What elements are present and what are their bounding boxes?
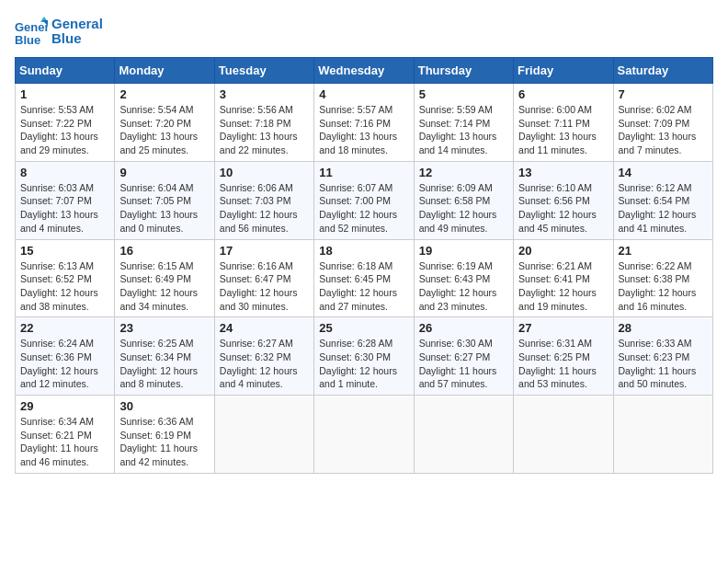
day-number: 5 [419,87,508,101]
day-number: 19 [419,244,508,258]
svg-text:General: General [15,20,48,34]
day-info: Sunrise: 6:06 AM Sunset: 7:03 PM Dayligh… [220,181,309,236]
week-row-1: 1Sunrise: 5:53 AM Sunset: 7:22 PM Daylig… [16,84,713,162]
day-number: 25 [319,321,408,335]
day-info: Sunrise: 6:36 AM Sunset: 6:19 PM Dayligh… [119,415,209,469]
week-row-3: 15Sunrise: 6:13 AM Sunset: 6:52 PM Dayli… [16,239,713,317]
week-row-2: 8Sunrise: 6:03 AM Sunset: 7:07 PM Daylig… [16,161,713,239]
day-info: Sunrise: 6:18 AM Sunset: 6:45 PM Dayligh… [319,259,408,314]
day-header-sunday: Sunday [16,58,115,84]
day-info: Sunrise: 6:31 AM Sunset: 6:25 PM Dayligh… [518,337,608,391]
day-info: Sunrise: 6:03 AM Sunset: 7:07 PM Dayligh… [20,181,109,236]
calendar-header: SundayMondayTuesdayWednesdayThursdayFrid… [16,58,713,84]
header: General Blue General Blue [15,15,713,48]
logo-general: General [51,17,103,32]
calendar-cell: 20Sunrise: 6:21 AM Sunset: 6:41 PM Dayli… [514,239,613,317]
calendar-cell: 1Sunrise: 5:53 AM Sunset: 7:22 PM Daylig… [16,84,115,162]
calendar-table: SundayMondayTuesdayWednesdayThursdayFrid… [15,57,713,474]
day-number: 6 [518,87,608,101]
calendar-cell: 22Sunrise: 6:24 AM Sunset: 6:36 PM Dayli… [16,317,115,396]
day-info: Sunrise: 6:10 AM Sunset: 6:56 PM Dayligh… [518,181,608,236]
day-number: 9 [119,166,209,179]
logo: General Blue General Blue [15,15,103,48]
day-info: Sunrise: 6:19 AM Sunset: 6:43 PM Dayligh… [419,259,508,314]
calendar-cell: 5Sunrise: 5:59 AM Sunset: 7:14 PM Daylig… [414,84,513,162]
day-header-friday: Friday [514,58,613,84]
day-number: 23 [119,321,209,335]
week-row-4: 22Sunrise: 6:24 AM Sunset: 6:36 PM Dayli… [16,317,713,396]
day-number: 3 [220,87,309,101]
calendar-cell: 4Sunrise: 5:57 AM Sunset: 7:16 PM Daylig… [314,84,414,162]
day-info: Sunrise: 6:09 AM Sunset: 6:58 PM Dayligh… [419,181,508,236]
calendar-cell: 9Sunrise: 6:04 AM Sunset: 7:05 PM Daylig… [115,161,214,239]
day-number: 16 [119,244,209,258]
calendar-cell: 29Sunrise: 6:34 AM Sunset: 6:21 PM Dayli… [16,396,115,474]
calendar-cell: 13Sunrise: 6:10 AM Sunset: 6:56 PM Dayli… [514,161,613,239]
day-number: 30 [119,399,209,413]
calendar-cell: 2Sunrise: 5:54 AM Sunset: 7:20 PM Daylig… [115,84,214,162]
calendar-cell: 12Sunrise: 6:09 AM Sunset: 6:58 PM Dayli… [414,161,513,239]
day-number: 8 [20,166,109,179]
day-info: Sunrise: 6:25 AM Sunset: 6:34 PM Dayligh… [119,337,209,391]
calendar-cell: 28Sunrise: 6:33 AM Sunset: 6:23 PM Dayli… [613,317,712,396]
day-number: 22 [20,321,109,335]
calendar-cell: 3Sunrise: 5:56 AM Sunset: 7:18 PM Daylig… [214,84,313,162]
day-info: Sunrise: 6:28 AM Sunset: 6:30 PM Dayligh… [319,337,408,391]
week-row-5: 29Sunrise: 6:34 AM Sunset: 6:21 PM Dayli… [16,396,713,474]
day-info: Sunrise: 5:59 AM Sunset: 7:14 PM Dayligh… [419,103,508,157]
day-info: Sunrise: 5:54 AM Sunset: 7:20 PM Dayligh… [119,103,209,157]
logo-icon: General Blue [15,15,48,48]
day-number: 27 [518,321,608,335]
calendar-cell: 21Sunrise: 6:22 AM Sunset: 6:38 PM Dayli… [613,239,712,317]
day-info: Sunrise: 6:12 AM Sunset: 6:54 PM Dayligh… [619,181,708,236]
day-info: Sunrise: 6:33 AM Sunset: 6:23 PM Dayligh… [619,337,708,391]
day-header-wednesday: Wednesday [314,58,414,84]
calendar-cell: 26Sunrise: 6:30 AM Sunset: 6:27 PM Dayli… [414,317,513,396]
calendar-cell: 10Sunrise: 6:06 AM Sunset: 7:03 PM Dayli… [214,161,313,239]
calendar-cell [214,396,313,474]
calendar-cell: 16Sunrise: 6:15 AM Sunset: 6:49 PM Dayli… [115,239,214,317]
day-number: 2 [119,87,209,101]
day-info: Sunrise: 6:02 AM Sunset: 7:09 PM Dayligh… [619,103,708,157]
day-number: 26 [419,321,508,335]
day-header-saturday: Saturday [613,58,712,84]
day-info: Sunrise: 5:53 AM Sunset: 7:22 PM Dayligh… [20,103,109,157]
day-info: Sunrise: 6:30 AM Sunset: 6:27 PM Dayligh… [419,337,508,391]
day-number: 4 [319,87,408,101]
calendar-cell: 15Sunrise: 6:13 AM Sunset: 6:52 PM Dayli… [16,239,115,317]
day-info: Sunrise: 5:57 AM Sunset: 7:16 PM Dayligh… [319,103,408,157]
calendar-cell: 30Sunrise: 6:36 AM Sunset: 6:19 PM Dayli… [115,396,214,474]
svg-text:Blue: Blue [15,33,40,47]
day-info: Sunrise: 6:13 AM Sunset: 6:52 PM Dayligh… [20,259,109,314]
day-info: Sunrise: 6:15 AM Sunset: 6:49 PM Dayligh… [119,259,209,314]
day-info: Sunrise: 6:22 AM Sunset: 6:38 PM Dayligh… [619,259,708,314]
day-info: Sunrise: 6:24 AM Sunset: 6:36 PM Dayligh… [20,337,109,391]
calendar-cell: 23Sunrise: 6:25 AM Sunset: 6:34 PM Dayli… [115,317,214,396]
day-info: Sunrise: 6:16 AM Sunset: 6:47 PM Dayligh… [220,259,309,314]
day-number: 28 [619,321,708,335]
day-header-tuesday: Tuesday [214,58,313,84]
logo-blue: Blue [51,31,103,47]
day-info: Sunrise: 6:00 AM Sunset: 7:11 PM Dayligh… [518,103,608,157]
day-info: Sunrise: 6:07 AM Sunset: 7:00 PM Dayligh… [319,181,408,236]
day-number: 1 [20,87,109,101]
day-number: 20 [518,244,608,258]
calendar-cell [314,396,414,474]
day-number: 11 [319,166,408,179]
day-header-monday: Monday [115,58,214,84]
day-info: Sunrise: 6:34 AM Sunset: 6:21 PM Dayligh… [20,415,109,469]
day-info: Sunrise: 5:56 AM Sunset: 7:18 PM Dayligh… [220,103,309,157]
calendar-cell [613,396,712,474]
calendar-cell: 7Sunrise: 6:02 AM Sunset: 7:09 PM Daylig… [613,84,712,162]
calendar-cell: 18Sunrise: 6:18 AM Sunset: 6:45 PM Dayli… [314,239,414,317]
calendar-cell: 17Sunrise: 6:16 AM Sunset: 6:47 PM Dayli… [214,239,313,317]
day-info: Sunrise: 6:04 AM Sunset: 7:05 PM Dayligh… [119,181,209,236]
calendar-cell: 19Sunrise: 6:19 AM Sunset: 6:43 PM Dayli… [414,239,513,317]
day-number: 21 [619,244,708,258]
calendar-cell: 6Sunrise: 6:00 AM Sunset: 7:11 PM Daylig… [514,84,613,162]
day-number: 7 [619,87,708,101]
calendar-cell: 8Sunrise: 6:03 AM Sunset: 7:07 PM Daylig… [16,161,115,239]
day-number: 29 [20,399,109,413]
calendar-cell: 11Sunrise: 6:07 AM Sunset: 7:00 PM Dayli… [314,161,414,239]
calendar-cell: 27Sunrise: 6:31 AM Sunset: 6:25 PM Dayli… [514,317,613,396]
